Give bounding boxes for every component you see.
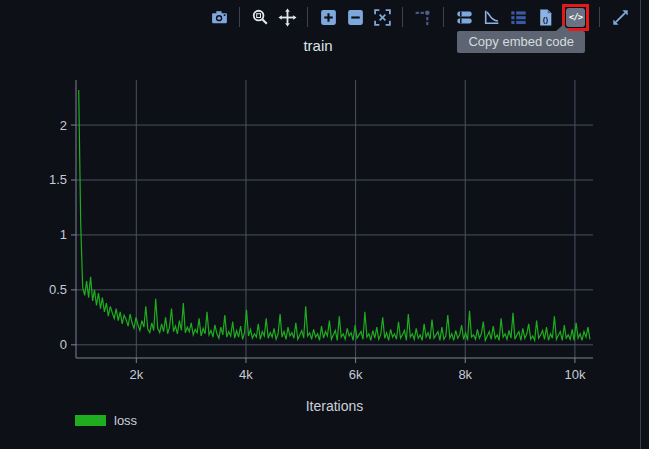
autoscale-button[interactable] <box>372 7 392 27</box>
log-scale-icon <box>482 8 501 27</box>
x-tick-label: 6k <box>349 367 363 382</box>
toolbar-separator <box>443 7 444 27</box>
x-tick-label: 8k <box>458 367 472 382</box>
pane-divider <box>640 0 641 449</box>
plot-panel: 2k4k6k8k10k00.511.52 <box>0 0 649 449</box>
toolbar-separator <box>402 7 403 27</box>
zoom-out-button[interactable] <box>345 7 365 27</box>
zoom-in-button[interactable] <box>318 7 338 27</box>
compare-hover-button[interactable] <box>454 7 474 27</box>
svg-text:(): () <box>542 14 548 23</box>
y-tick-label: 0 <box>60 337 67 352</box>
y-tick-label: 1 <box>60 227 67 242</box>
zoom-in-icon <box>319 8 338 27</box>
y-tick-label: 0.5 <box>49 282 67 297</box>
snapshot-button[interactable] <box>209 7 229 27</box>
spike-lines-icon <box>414 8 433 27</box>
data-table-button[interactable] <box>508 7 528 27</box>
toolbar-separator <box>599 7 600 27</box>
legend-label: loss <box>114 413 137 428</box>
toolbar-separator <box>307 7 308 27</box>
fullscreen-icon <box>611 8 630 27</box>
chart-title: train <box>0 37 636 54</box>
autoscale-icon <box>373 8 392 27</box>
x-tick-label: 2k <box>129 367 143 382</box>
zoom-box-icon <box>251 8 270 27</box>
toolbar-separator <box>239 7 240 27</box>
legend-item-loss[interactable]: loss <box>75 413 137 428</box>
y-tick-label: 2 <box>60 118 67 133</box>
y-tick-label: 1.5 <box>49 172 67 187</box>
download-json-icon: () <box>536 8 555 27</box>
fullscreen-button[interactable] <box>610 7 630 27</box>
embed-code-button[interactable]: </> <box>566 8 585 27</box>
spike-lines-button[interactable] <box>413 7 433 27</box>
x-axis-label: Iterations <box>76 398 593 414</box>
embed-code-icon: </> <box>569 12 582 22</box>
legend-swatch <box>75 415 106 426</box>
download-json-button[interactable]: () <box>535 7 555 27</box>
data-table-icon <box>509 8 528 27</box>
log-scale-button[interactable] <box>481 7 501 27</box>
x-tick-label: 10k <box>564 367 585 382</box>
loss-chart[interactable]: 2k4k6k8k10k00.511.52 <box>0 0 649 449</box>
pan-icon <box>278 8 297 27</box>
x-tick-label: 4k <box>239 367 253 382</box>
compare-hover-icon <box>455 8 474 27</box>
camera-icon <box>210 8 229 27</box>
box-zoom-button[interactable] <box>250 7 270 27</box>
pan-button[interactable] <box>277 7 297 27</box>
legend: loss <box>75 413 137 428</box>
loss-line <box>79 90 590 341</box>
zoom-out-icon <box>346 8 365 27</box>
